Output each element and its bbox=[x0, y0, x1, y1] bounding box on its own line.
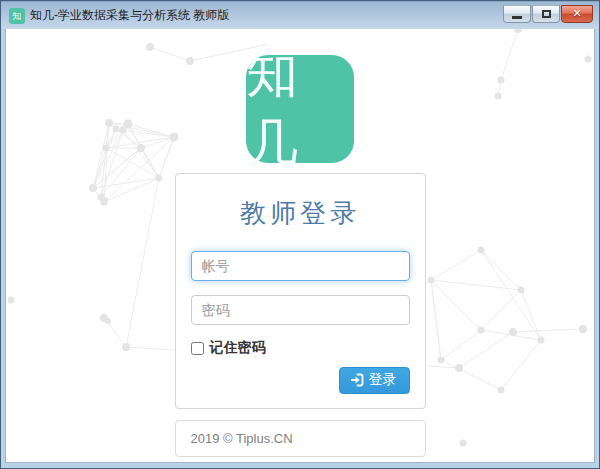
window-title: 知几-学业数据采集与分析系统 教师版 bbox=[30, 7, 503, 24]
minimize-button[interactable] bbox=[503, 5, 531, 23]
password-input[interactable] bbox=[191, 295, 410, 325]
login-button-label: 登录 bbox=[369, 371, 397, 389]
login-card: 教师登录 记住密码 登录 bbox=[175, 173, 426, 409]
logo-text: 知几 bbox=[246, 39, 354, 179]
main-content: 知几 教师登录 记住密码 登录 bbox=[5, 29, 595, 463]
titlebar[interactable]: 知几 知几-学业数据采集与分析系统 教师版 ✕ bbox=[1, 1, 599, 29]
app-logo: 知几 bbox=[246, 55, 354, 163]
button-row: 登录 bbox=[191, 367, 410, 394]
footer-box: 2019 © Tiplus.CN bbox=[175, 420, 426, 457]
close-icon: ✕ bbox=[572, 7, 581, 20]
sign-in-icon bbox=[350, 373, 364, 387]
copyright-text: 2019 © Tiplus.CN bbox=[191, 431, 293, 446]
maximize-button[interactable] bbox=[532, 5, 560, 23]
app-logo-icon: 知几 bbox=[9, 8, 25, 24]
remember-password-row: 记住密码 bbox=[191, 339, 410, 357]
login-heading: 教师登录 bbox=[191, 196, 410, 231]
login-button[interactable]: 登录 bbox=[339, 367, 410, 394]
remember-password-label[interactable]: 记住密码 bbox=[210, 339, 266, 357]
close-button[interactable]: ✕ bbox=[561, 5, 593, 23]
remember-password-checkbox[interactable] bbox=[191, 342, 204, 355]
maximize-icon bbox=[542, 10, 551, 18]
minimize-icon bbox=[512, 16, 522, 19]
app-window: 知几 知几-学业数据采集与分析系统 教师版 ✕ bbox=[0, 0, 600, 469]
account-input[interactable] bbox=[191, 251, 410, 281]
window-controls: ✕ bbox=[503, 5, 593, 23]
